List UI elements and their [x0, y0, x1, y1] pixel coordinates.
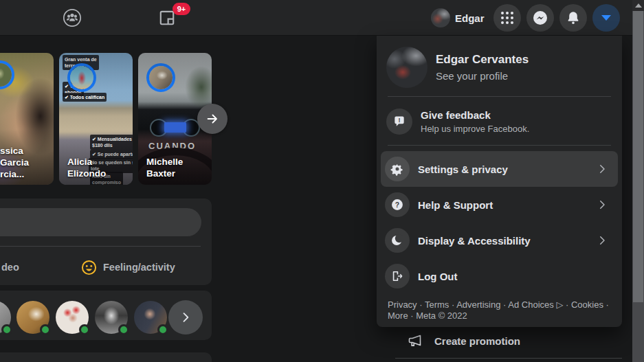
arrow-right-icon	[205, 111, 220, 126]
feedback-subtitle: Help us improve Facebook.	[421, 124, 529, 134]
right-rail-divider	[395, 358, 622, 359]
menu-item-label: Log Out	[418, 271, 457, 282]
menu-item-give-feedback[interactable]: ! Give feedback Help us improve Facebook…	[382, 102, 617, 141]
facebook-dark-screen: 9+ Edgar	[0, 0, 644, 362]
scrollbar-thumb[interactable]	[633, 11, 643, 302]
chevron-right-icon	[596, 163, 608, 175]
feedback-icon-circle: !	[386, 109, 412, 135]
online-indicator	[157, 324, 168, 335]
online-indicator	[40, 324, 51, 335]
live-video-label-partial: deo	[1, 262, 19, 273]
live-video-button[interactable]: deo	[1, 256, 19, 278]
story-author-name: ssica Garcia rcia...	[0, 145, 54, 180]
menu-item-display-accessibility[interactable]: Display & Accessibility	[381, 223, 618, 258]
gear-icon	[390, 162, 404, 176]
page-scrollbar[interactable]	[632, 0, 644, 362]
feeling-activity-button[interactable]: Feeling/activity	[81, 256, 175, 278]
menu-item-label: Help & Support	[418, 199, 493, 211]
stories-next-button[interactable]	[197, 104, 227, 134]
help-icon-circle: ?	[385, 192, 410, 217]
next-feed-card-edge	[0, 352, 212, 362]
online-indicator	[118, 324, 129, 335]
account-dropdown-menu: Edgar Cervantes See your profile ! Give …	[377, 36, 622, 327]
menu-item-label: Settings & privacy	[418, 163, 508, 175]
story-author-name: Michelle Baxter	[146, 156, 183, 179]
question-icon: ?	[390, 198, 404, 212]
create-promotion-button[interactable]: Create promotion	[407, 332, 520, 349]
profile-subtitle: See your profile	[436, 70, 529, 82]
megaphone-icon	[407, 332, 423, 349]
contacts-next-button[interactable]	[168, 300, 203, 335]
groups-icon[interactable]	[63, 8, 82, 27]
user-avatar-small	[431, 8, 450, 27]
story-card-alicia-elizondo[interactable]: Gran venta de terrenos ✔ Ve abonos ✔ Tod…	[59, 53, 133, 185]
account-menu-button[interactable]	[592, 4, 620, 32]
menu-profile-link[interactable]: Edgar Cervantes See your profile	[382, 41, 617, 93]
online-indicator	[79, 324, 90, 335]
svg-text:?: ?	[395, 201, 399, 209]
menu-divider	[388, 96, 611, 97]
notifications-button[interactable]	[559, 4, 587, 32]
menu-item-list: Settings & privacy ? Help & Support	[377, 151, 622, 294]
scrollbar-up-arrow[interactable]	[632, 0, 644, 11]
chevron-right-icon	[179, 310, 192, 324]
contact-avatar[interactable]	[56, 301, 89, 334]
svg-text:!: !	[398, 117, 400, 124]
menu-item-log-out[interactable]: Log Out	[381, 258, 618, 294]
menu-grid-button[interactable]	[493, 4, 521, 32]
menu-divider	[388, 145, 611, 146]
menu-footer-links[interactable]: Privacy · Terms · Advertising · Ad Choic…	[388, 299, 611, 321]
chevron-down-icon	[601, 15, 611, 21]
smiley-icon	[81, 260, 97, 275]
contacts-row-card	[0, 291, 212, 340]
online-indicator	[1, 324, 12, 335]
chevron-right-icon	[596, 199, 608, 211]
user-avatar-large	[386, 47, 428, 88]
story-card-jessica-garcia[interactable]: ssica Garcia rcia...	[0, 53, 54, 185]
contact-avatar[interactable]	[16, 301, 49, 334]
top-navigation-bar: 9+ Edgar	[0, 0, 644, 36]
profile-name: Edgar Cervantes	[436, 53, 529, 67]
contact-avatar[interactable]	[95, 301, 128, 334]
feedback-title: Give feedback	[421, 109, 529, 121]
logout-icon-circle	[385, 264, 410, 289]
messenger-button[interactable]	[526, 4, 554, 32]
display-icon-circle	[385, 228, 410, 253]
menu-item-label: Display & Accessibility	[418, 235, 531, 247]
profile-shortcut[interactable]: Edgar	[427, 4, 489, 32]
story-author-name: Alicia Elizondo	[67, 156, 106, 179]
create-promotion-label: Create promotion	[434, 335, 520, 347]
chevron-right-icon	[596, 234, 608, 247]
settings-icon-circle	[385, 157, 410, 181]
messenger-icon	[532, 10, 548, 26]
contact-avatar[interactable]	[0, 301, 11, 334]
menu-item-settings-privacy[interactable]: Settings & privacy	[381, 151, 618, 187]
bell-icon	[565, 10, 581, 26]
logout-door-icon	[390, 269, 404, 283]
user-first-name: Edgar	[455, 12, 485, 24]
feedback-bubble-icon: !	[392, 115, 406, 128]
contact-avatar[interactable]	[134, 301, 167, 334]
grid-icon	[501, 12, 513, 24]
menu-item-help-support[interactable]: ? Help & Support	[381, 187, 618, 223]
gaming-notification-badge: 9+	[173, 3, 190, 15]
post-composer-card: deo Feeling/activity	[0, 199, 212, 285]
moon-icon	[390, 234, 404, 247]
whats-on-your-mind-input[interactable]	[0, 208, 201, 236]
composer-divider	[0, 246, 201, 247]
feeling-activity-label: Feeling/activity	[103, 262, 175, 273]
